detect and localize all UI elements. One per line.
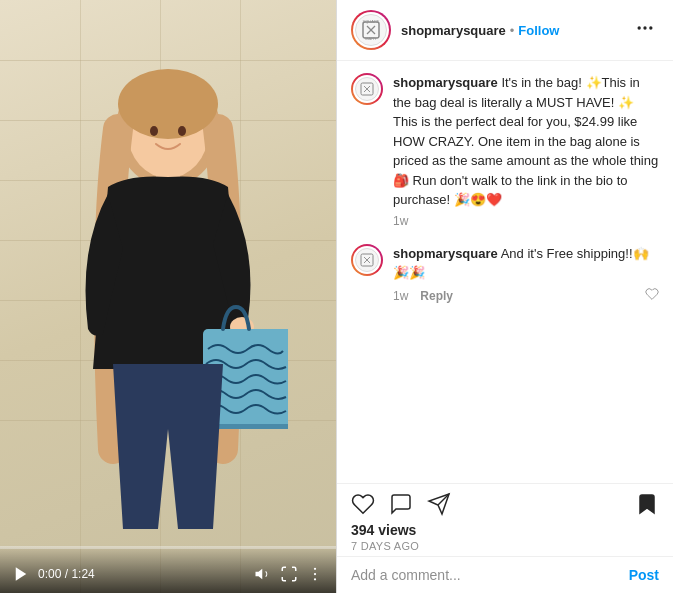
header-avatar: MARY SQUARE	[355, 14, 387, 46]
video-controls: 0:00 / 1:24	[0, 545, 336, 593]
main-comment-body: shopmarysquare It's in the bag! ✨This in…	[393, 73, 659, 228]
svg-text:MARY: MARY	[365, 36, 377, 41]
svg-point-22	[649, 26, 652, 29]
svg-point-7	[150, 126, 158, 136]
actions-bar: 394 views 7 DAYS AGO	[337, 483, 673, 556]
play-button[interactable]	[12, 565, 30, 583]
right-panel: MARY SQUARE shopmarysquare • Follow	[336, 0, 673, 593]
reply-comment-time: 1w	[393, 289, 408, 303]
current-time: 0:00	[38, 567, 61, 581]
svg-point-8	[178, 126, 186, 136]
comment-input[interactable]	[351, 567, 629, 583]
reply-comment-username[interactable]: shopmarysquare	[393, 246, 498, 261]
reply-like-icon[interactable]	[645, 287, 659, 305]
reply-button[interactable]: Reply	[420, 289, 453, 303]
main-comment-avatar-ring[interactable]	[351, 73, 383, 105]
svg-point-11	[314, 568, 316, 570]
more-options-button[interactable]	[306, 565, 324, 583]
comments-section: shopmarysquare It's in the bag! ✨This in…	[337, 61, 673, 483]
svg-marker-9	[16, 567, 27, 581]
reply-comment-avatar-ring[interactable]	[351, 244, 383, 276]
main-comment-body-text: It's in the bag! ✨This in the bag deal i…	[393, 75, 658, 207]
post-header: MARY SQUARE shopmarysquare • Follow	[337, 0, 673, 61]
main-comment-meta: 1w	[393, 214, 659, 228]
header-username[interactable]: shopmarysquare	[401, 23, 506, 38]
share-icon[interactable]	[427, 492, 451, 516]
like-icon[interactable]	[351, 492, 375, 516]
more-button[interactable]	[631, 18, 659, 43]
main-comment-username[interactable]: shopmarysquare	[393, 75, 498, 90]
reply-comment: shopmarysquare And it's Free shipping!!🙌…	[351, 244, 659, 305]
fullscreen-button[interactable]	[280, 565, 298, 583]
reply-comment-meta: 1w Reply	[393, 287, 659, 305]
follow-button[interactable]: Follow	[518, 23, 559, 38]
svg-point-2	[118, 69, 218, 139]
volume-button[interactable]	[254, 565, 272, 583]
main-comment-avatar	[355, 77, 379, 101]
total-duration: 1:24	[71, 567, 94, 581]
post-comment-button[interactable]: Post	[629, 567, 659, 583]
bookmark-icon[interactable]	[635, 492, 659, 516]
svg-marker-10	[256, 569, 263, 580]
video-thumbnail: 0:00 / 1:24	[0, 0, 336, 593]
main-comment-time: 1w	[393, 214, 408, 228]
header-dot: •	[510, 23, 515, 38]
svg-text:SQUARE: SQUARE	[363, 19, 380, 24]
action-icons-row	[351, 492, 659, 516]
main-comment-text: shopmarysquare It's in the bag! ✨This in…	[393, 73, 659, 210]
main-comment: shopmarysquare It's in the bag! ✨This in…	[351, 73, 659, 228]
header-avatar-ring[interactable]: MARY SQUARE	[351, 10, 391, 50]
video-person-figure	[48, 49, 288, 543]
time-display: 0:00 / 1:24	[38, 567, 246, 581]
svg-point-21	[643, 26, 646, 29]
reply-comment-text: shopmarysquare And it's Free shipping!!🙌…	[393, 244, 659, 283]
reply-comment-body: shopmarysquare And it's Free shipping!!🙌…	[393, 244, 659, 305]
svg-point-13	[314, 578, 316, 580]
post-date: 7 DAYS AGO	[351, 540, 659, 552]
svg-point-12	[314, 573, 316, 575]
reply-comment-avatar	[355, 248, 379, 272]
video-panel: 0:00 / 1:24	[0, 0, 336, 593]
header-info: shopmarysquare • Follow	[391, 23, 631, 38]
svg-point-20	[638, 26, 641, 29]
add-comment-bar: Post	[337, 556, 673, 593]
comment-icon[interactable]	[389, 492, 413, 516]
views-count: 394 views	[351, 522, 659, 538]
